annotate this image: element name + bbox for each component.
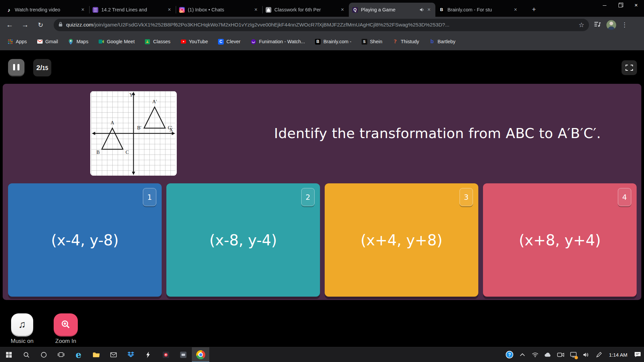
tab-close-icon[interactable] [166, 7, 172, 13]
bookmark-thistudy[interactable]: Thistudy [392, 39, 419, 45]
onedrive-button[interactable] [541, 347, 554, 362]
edge-icon: e [75, 350, 81, 360]
zoom-button-label: Zoom In [54, 338, 78, 345]
taskbar-clock[interactable]: 1:14 AM [605, 347, 631, 362]
tab-close-icon[interactable] [513, 7, 519, 13]
start-button[interactable] [0, 347, 17, 362]
bookmark-gmail[interactable]: Gmail [37, 39, 58, 45]
video-camera-icon [557, 352, 564, 357]
window-close-button[interactable] [628, 0, 644, 11]
y-axis-label: Y [129, 92, 133, 98]
display-sync-button[interactable] [567, 347, 580, 362]
tab-trend-lines[interactable]: 14.2 Trend Lines and [89, 3, 176, 17]
tab-watch-trending[interactable]: Watch trending video [3, 3, 89, 17]
music-button-label: Music on [5, 338, 39, 345]
wifi-icon [532, 352, 538, 357]
back-button[interactable] [4, 19, 15, 31]
edge-button[interactable]: e [70, 347, 87, 362]
wifi-button[interactable] [529, 347, 541, 362]
bookmark-star-icon[interactable] [579, 21, 584, 29]
tab-close-icon[interactable] [253, 7, 259, 13]
tray-chevron-button[interactable] [516, 347, 529, 362]
fullscreen-button[interactable] [622, 60, 637, 75]
answer-number-badge: 1 [143, 188, 156, 206]
answer-option-1[interactable]: 1 (x-4, y-8) [8, 183, 162, 297]
taskbar-search-button[interactable] [17, 347, 35, 362]
tab-bar: Watch trending video 14.2 Trend Lines an… [0, 0, 644, 17]
task-view-icon [58, 352, 64, 358]
browser-menu-icon[interactable] [622, 21, 628, 28]
tab-close-icon[interactable] [339, 7, 345, 13]
windows-taskbar: e ? [0, 347, 644, 362]
brainly-icon [439, 7, 444, 13]
bookmark-shein[interactable]: Shein [362, 39, 382, 45]
mail-button[interactable] [105, 347, 122, 362]
chrome-button[interactable] [192, 347, 209, 362]
google-classroom-icon [266, 7, 271, 13]
tab-close-icon[interactable] [426, 7, 432, 13]
answer-options: 1 (x-4, y-8) 2 (x-8, y-4) 3 (x+4, y+8) 4… [8, 183, 637, 297]
lock-icon [58, 21, 63, 28]
pause-button[interactable] [8, 59, 24, 75]
bookmark-maps[interactable]: Maps [68, 39, 88, 45]
question-text: Identify the transformation from ABC to … [177, 125, 641, 141]
volume-button[interactable] [580, 347, 592, 362]
file-explorer-button[interactable] [87, 347, 105, 362]
window-minimize-button[interactable] [597, 0, 612, 11]
answer-option-3[interactable]: 3 (x+4, y+8) [325, 183, 478, 297]
bolt-app-button[interactable] [140, 347, 157, 362]
tab-audio-icon[interactable] [419, 7, 425, 12]
new-tab-button[interactable] [529, 5, 539, 14]
help-icon: ? [505, 351, 514, 359]
tab-playing-a-game[interactable]: Playing a Game [349, 3, 435, 17]
music-toggle-button[interactable] [11, 313, 33, 336]
bookmark-youtube[interactable]: YouTube [180, 39, 208, 45]
dropbox-button[interactable] [122, 347, 140, 362]
zoom-in-button[interactable] [54, 313, 78, 336]
tab-close-icon[interactable] [80, 7, 86, 13]
bookmark-bartleby[interactable]: Bartleby [429, 39, 455, 45]
window-restore-button[interactable] [612, 0, 628, 11]
meet-now-button[interactable] [554, 347, 567, 362]
gmail-icon [37, 39, 43, 45]
profile-avatar[interactable] [606, 20, 616, 30]
tab-brainly[interactable]: Brainly.com - For stu [435, 3, 522, 17]
answer-number-badge: 2 [301, 188, 315, 206]
task-view-button[interactable] [52, 347, 70, 362]
windows-ink-button[interactable] [592, 347, 605, 362]
address-bar[interactable]: quizizz.com/join/game/U2FsdGVkX1%252B8Pf… [54, 19, 589, 31]
bookmark-funimation[interactable]: Funimation - Watch... [251, 39, 305, 45]
action-center-button[interactable] [631, 347, 644, 362]
vertex-label: B′ [137, 125, 142, 130]
bookmark-clever[interactable]: Clever [218, 39, 240, 45]
answer-number-badge: 4 [618, 188, 631, 206]
tab-inbox-chats[interactable]: (1) Inbox • Chats [176, 3, 262, 17]
classroom-icon [145, 39, 150, 45]
reload-button[interactable] [35, 19, 46, 31]
notification-dot [575, 356, 578, 359]
app-button[interactable] [174, 347, 192, 362]
forward-button[interactable] [19, 19, 31, 31]
cortana-button[interactable] [35, 347, 52, 362]
answer-option-4[interactable]: 4 (x+8, y+4) [483, 183, 637, 297]
action-center-icon [634, 352, 641, 358]
bookmark-apps[interactable]: Apps [7, 39, 27, 45]
chevron-up-icon [520, 353, 525, 356]
bookmark-google-meet[interactable]: Google Meet [98, 39, 135, 45]
cortana-icon [41, 352, 47, 358]
youtube-icon [180, 39, 186, 45]
bartleby-icon [429, 39, 435, 45]
bookmark-classes[interactable]: Classes [145, 39, 170, 45]
bookmark-brainly[interactable]: Brainly.com - [315, 39, 352, 45]
tab-classwork[interactable]: Classwork for 6th Per [262, 3, 349, 17]
mail-icon [110, 352, 117, 357]
cloud-icon [544, 352, 551, 357]
magnifier-plus-icon [61, 319, 71, 329]
vertex-label: B [97, 149, 100, 155]
media-controls-icon[interactable] [594, 21, 601, 28]
answer-option-2[interactable]: 2 (x-8, y-4) [166, 183, 320, 297]
help-tray-button[interactable]: ? [503, 347, 516, 362]
game-app-button[interactable] [157, 347, 174, 362]
question-figure-image[interactable]: X Y ABCA′B′C′ [90, 91, 177, 176]
google-meet-icon [98, 39, 104, 45]
